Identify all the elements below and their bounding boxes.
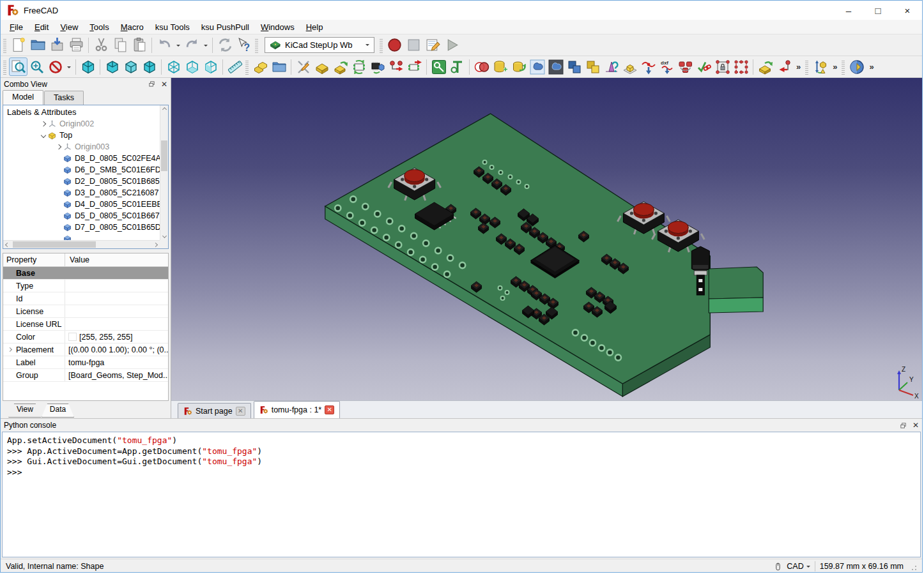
tree-item[interactable]: Origin002 [3, 118, 160, 130]
blue-blob-light-button[interactable] [528, 57, 546, 76]
record-macro-button[interactable] [385, 36, 404, 55]
venn-circles-button[interactable] [472, 57, 491, 76]
navigation-style-dropdown[interactable]: CAD [787, 562, 810, 571]
corner-path-button[interactable] [774, 57, 793, 76]
gold-ingot-arrow2-button[interactable] [756, 57, 774, 76]
toolbar-grip[interactable] [255, 38, 258, 53]
view-front-cube-button[interactable] [103, 57, 121, 76]
tree-item[interactable]: D7_D_0805_5C01B65D [3, 222, 160, 233]
expander-closed-icon[interactable] [40, 121, 45, 126]
tree-item[interactable]: D2_D_0805_5C01B685 [3, 176, 160, 187]
steps-gold-button[interactable] [251, 57, 270, 76]
new-document-button[interactable] [9, 36, 28, 55]
print-button[interactable] [66, 36, 86, 55]
green-text-button[interactable] [448, 57, 466, 76]
minimize-button[interactable]: – [834, 1, 863, 20]
chip-blue-cube-button[interactable] [368, 57, 387, 76]
axonometric-cube-button[interactable] [79, 57, 97, 76]
view-top-cube-button[interactable] [121, 57, 140, 76]
tab-data[interactable]: Data [42, 404, 74, 418]
blue-blob-dark-button[interactable] [546, 57, 565, 76]
cylinder-arrow-button[interactable] [509, 57, 528, 76]
toolbar-grip[interactable] [805, 59, 808, 75]
blue-squares-button[interactable] [565, 57, 583, 76]
toolbar-overflow-button[interactable]: » [793, 62, 804, 72]
check-chain-button[interactable] [695, 57, 713, 76]
cylinder-plus-button[interactable] [491, 57, 509, 76]
property-row[interactable]: Labeltomu-fpga [3, 356, 168, 369]
tree-item[interactable]: D3_D_0805_5C216087 [3, 187, 160, 199]
measure-ruler-button[interactable] [226, 57, 244, 76]
menu-edit[interactable]: Edit [29, 21, 54, 33]
toolbar-overflow-button[interactable]: » [829, 62, 840, 72]
footprint-green-arrows-button[interactable] [350, 57, 368, 76]
document-tab[interactable]: Start page✕ [178, 403, 251, 418]
view-bottom-cube-button[interactable] [183, 57, 201, 76]
tree-item[interactable]: Top [3, 130, 160, 141]
open-folder-button[interactable] [28, 36, 47, 55]
property-value[interactable]: tomu-fpga [65, 358, 168, 367]
box-plate-button[interactable] [620, 57, 639, 76]
close-button[interactable]: × [893, 1, 922, 20]
property-row[interactable]: Color[255, 255, 255] [3, 331, 168, 344]
red-nodes-arrow-button[interactable] [387, 57, 405, 76]
menu-tools[interactable]: Tools [84, 21, 114, 33]
fit-all-button[interactable] [9, 57, 27, 76]
view-left-cube-button[interactable] [201, 57, 220, 76]
expander-closed-icon[interactable] [7, 347, 12, 352]
property-row[interactable]: Id [3, 292, 168, 305]
tree-item[interactable]: D6_D_SMB_5C01E6FD [3, 164, 160, 176]
close-tab-icon[interactable]: ✕ [325, 405, 334, 414]
property-row[interactable]: License [3, 305, 168, 318]
tree-item[interactable]: D4_D_0805_5C01EEBE [3, 199, 160, 210]
tab-model[interactable]: Model [3, 90, 43, 105]
property-group-row[interactable]: Base [3, 267, 168, 280]
maximize-button[interactable]: □ [863, 1, 893, 20]
cone-question-button[interactable] [602, 57, 620, 76]
dotted-square-button[interactable] [732, 57, 750, 76]
property-value[interactable]: [(0.00 0.00 1.00); 0.00 °; (0.... [65, 345, 168, 354]
tree-vertical-scrollbar[interactable] [160, 105, 168, 240]
tree-item[interactable]: Origin003 [3, 141, 160, 153]
view-rear-cube-button[interactable] [164, 57, 183, 76]
property-value[interactable]: [255, 255, 255] [65, 333, 168, 342]
python-console-input[interactable]: App.setActiveDocument("tomu_fpga")>>> Ap… [2, 432, 921, 557]
undo-dropdown[interactable] [174, 36, 182, 54]
stop-macro-button[interactable] [404, 36, 424, 55]
workbench-selector[interactable]: KiCad StepUp Wb [265, 37, 374, 53]
dxf-export-button[interactable]: dxf [658, 57, 676, 76]
menu-macro[interactable]: Macro [115, 21, 150, 33]
menu-windows[interactable]: Windows [255, 21, 300, 33]
paste-button[interactable] [130, 36, 149, 55]
redo-dropdown[interactable] [201, 36, 210, 54]
scrollbar-thumb[interactable] [13, 241, 96, 248]
view-right-cube-button[interactable] [140, 57, 158, 76]
resize-grip[interactable] [911, 565, 917, 571]
menu-view[interactable]: View [54, 21, 84, 33]
edit-macro-button[interactable] [424, 36, 443, 55]
document-tab[interactable]: tomu-fpga : 1*✕ [254, 401, 341, 418]
tree-item[interactable] [3, 233, 160, 240]
undo-button[interactable] [155, 36, 174, 55]
folder-blue-button[interactable] [270, 57, 288, 76]
tab-tasks[interactable]: Tasks [44, 91, 84, 105]
pcb-trace-button[interactable] [429, 57, 448, 76]
whats-this-button[interactable]: ? [235, 36, 254, 55]
expander-open-icon[interactable] [40, 133, 45, 138]
redo-button[interactable] [182, 36, 201, 55]
float-panel-icon[interactable] [148, 80, 155, 87]
close-panel-icon[interactable]: ✕ [161, 80, 167, 88]
property-row[interactable]: Type [3, 280, 168, 292]
gold-ingot-button[interactable] [312, 57, 331, 76]
close-tab-icon[interactable]: ✕ [236, 407, 245, 416]
play-macro-button[interactable] [443, 36, 462, 55]
save-button[interactable] [47, 36, 66, 55]
refresh-button[interactable] [215, 36, 235, 55]
cube-transform-button[interactable] [811, 57, 829, 76]
toolbar-overflow-button[interactable]: » [866, 62, 877, 72]
property-row[interactable]: Group[Board_Geoms, Step_Mod... [3, 369, 168, 382]
property-value[interactable]: [Board_Geoms, Step_Mod... [65, 371, 168, 380]
yellow-squares-button[interactable] [583, 57, 602, 76]
3d-viewport[interactable]: ZYX [171, 78, 922, 400]
property-row[interactable]: License URL [3, 318, 168, 331]
